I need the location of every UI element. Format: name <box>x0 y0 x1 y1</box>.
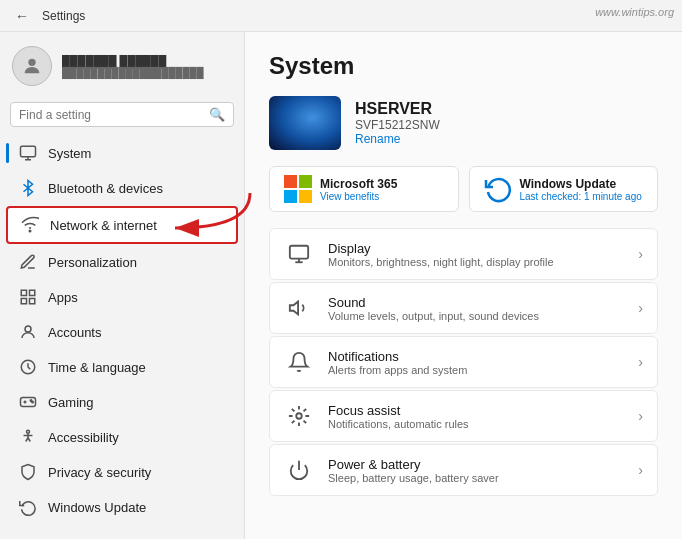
titlebar: ← Settings <box>0 0 682 32</box>
sound-icon <box>284 293 314 323</box>
svg-rect-16 <box>299 175 312 188</box>
search-input[interactable] <box>19 108 203 122</box>
settings-window: www.wintips.org ← Settings ███████ █████… <box>0 0 682 539</box>
sound-title: Sound <box>328 295 624 310</box>
focus-icon <box>284 401 314 431</box>
notifications-desc: Alerts from apps and system <box>328 364 624 376</box>
svg-rect-19 <box>290 246 308 259</box>
svg-point-4 <box>29 230 31 232</box>
settings-list: Display Monitors, brightness, night ligh… <box>269 228 658 496</box>
power-chevron: › <box>638 462 643 478</box>
sidebar-item-network[interactable]: Network & internet <box>6 206 238 244</box>
user-section: ███████ ██████ ████████████████████ <box>0 32 244 98</box>
device-model: SVF15212SNW <box>355 118 440 132</box>
sidebar-item-personalization[interactable]: Personalization <box>6 245 238 279</box>
windows-update-icon <box>18 497 38 517</box>
focus-title: Focus assist <box>328 403 624 418</box>
sidebar-item-gaming[interactable]: Gaming <box>6 385 238 419</box>
winupdate-icon <box>484 175 512 203</box>
sidebar-item-label-personalization: Personalization <box>48 255 137 270</box>
sidebar-item-windows-update[interactable]: Windows Update <box>6 490 238 524</box>
settings-item-sound[interactable]: Sound Volume levels, output, input, soun… <box>269 282 658 334</box>
quick-actions: Microsoft 365 View benefits Windows Upda… <box>269 166 658 212</box>
user-email: ████████████████████ <box>62 67 204 78</box>
sound-desc: Volume levels, output, input, sound devi… <box>328 310 624 322</box>
notifications-icon <box>284 347 314 377</box>
settings-item-notifications[interactable]: Notifications Alerts from apps and syste… <box>269 336 658 388</box>
search-icon: 🔍 <box>209 107 225 122</box>
sidebar-item-privacy[interactable]: Privacy & security <box>6 455 238 489</box>
winupdate-title: Windows Update <box>520 177 642 191</box>
sidebar-item-label-accounts: Accounts <box>48 325 101 340</box>
sound-chevron: › <box>638 300 643 316</box>
sidebar-item-label-windows-update: Windows Update <box>48 500 146 515</box>
display-title: Display <box>328 241 624 256</box>
user-info: ███████ ██████ ████████████████████ <box>62 55 204 78</box>
sidebar-item-label-network: Network & internet <box>50 218 157 233</box>
sidebar-item-accessibility[interactable]: Accessibility <box>6 420 238 454</box>
svg-rect-5 <box>21 290 26 295</box>
notifications-title: Notifications <box>328 349 624 364</box>
svg-rect-17 <box>284 190 297 203</box>
quick-action-winupdate[interactable]: Windows Update Last checked: 1 minute ag… <box>469 166 659 212</box>
quick-action-m365[interactable]: Microsoft 365 View benefits <box>269 166 459 212</box>
right-panel: System HSERVER SVF15212SNW Rename <box>245 32 682 539</box>
privacy-icon <box>18 462 38 482</box>
watermark: www.wintips.org <box>595 6 674 18</box>
accounts-icon <box>18 322 38 342</box>
bluetooth-icon <box>18 178 38 198</box>
sidebar-item-apps[interactable]: Apps <box>6 280 238 314</box>
page-title: System <box>269 52 658 80</box>
svg-point-14 <box>27 430 30 433</box>
sidebar-item-label-time: Time & language <box>48 360 146 375</box>
search-box[interactable]: 🔍 <box>10 102 234 127</box>
device-details: HSERVER SVF15212SNW Rename <box>355 100 440 146</box>
notifications-chevron: › <box>638 354 643 370</box>
notifications-text: Notifications Alerts from apps and syste… <box>328 349 624 376</box>
personalization-icon <box>18 252 38 272</box>
sidebar-item-label-bluetooth: Bluetooth & devices <box>48 181 163 196</box>
sound-text: Sound Volume levels, output, input, soun… <box>328 295 624 322</box>
system-icon <box>18 143 38 163</box>
svg-point-23 <box>296 413 302 419</box>
display-desc: Monitors, brightness, night light, displ… <box>328 256 624 268</box>
sidebar: ███████ ██████ ████████████████████ 🔍 Sy… <box>0 32 245 539</box>
settings-item-display[interactable]: Display Monitors, brightness, night ligh… <box>269 228 658 280</box>
device-rename-link[interactable]: Rename <box>355 132 440 146</box>
sidebar-item-label-apps: Apps <box>48 290 78 305</box>
settings-item-focus[interactable]: Focus assist Notifications, automatic ru… <box>269 390 658 442</box>
active-indicator <box>6 143 9 163</box>
device-image <box>269 96 341 150</box>
m365-subtitle: View benefits <box>320 191 397 202</box>
back-button[interactable]: ← <box>10 4 34 28</box>
svg-point-13 <box>32 401 34 403</box>
sidebar-item-bluetooth[interactable]: Bluetooth & devices <box>6 171 238 205</box>
winupdate-subtitle: Last checked: 1 minute ago <box>520 191 642 202</box>
settings-item-power[interactable]: Power & battery Sleep, battery usage, ba… <box>269 444 658 496</box>
sidebar-item-label-privacy: Privacy & security <box>48 465 151 480</box>
svg-point-9 <box>25 326 31 332</box>
avatar <box>12 46 52 86</box>
svg-marker-22 <box>290 302 298 315</box>
svg-rect-15 <box>284 175 297 188</box>
accessibility-icon <box>18 427 38 447</box>
m365-icon <box>284 175 312 203</box>
svg-rect-6 <box>30 290 35 295</box>
sidebar-item-label-system: System <box>48 146 91 161</box>
time-icon <box>18 357 38 377</box>
display-icon <box>284 239 314 269</box>
power-desc: Sleep, battery usage, battery saver <box>328 472 624 484</box>
sidebar-item-system[interactable]: System <box>6 136 238 170</box>
svg-point-0 <box>28 59 35 66</box>
device-name: HSERVER <box>355 100 440 118</box>
gaming-icon <box>18 392 38 412</box>
network-icon <box>20 215 40 235</box>
device-card: HSERVER SVF15212SNW Rename <box>269 96 658 150</box>
focus-desc: Notifications, automatic rules <box>328 418 624 430</box>
winupdate-text: Windows Update Last checked: 1 minute ag… <box>520 177 642 202</box>
sidebar-item-time[interactable]: Time & language <box>6 350 238 384</box>
sidebar-item-accounts[interactable]: Accounts <box>6 315 238 349</box>
focus-chevron: › <box>638 408 643 424</box>
main-layout: ███████ ██████ ████████████████████ 🔍 Sy… <box>0 32 682 539</box>
user-name: ███████ ██████ <box>62 55 204 67</box>
